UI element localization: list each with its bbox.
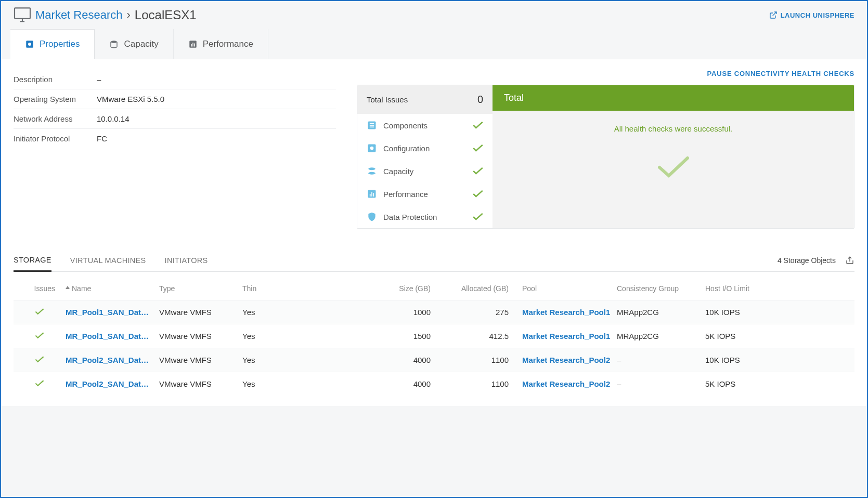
svg-rect-0	[15, 8, 30, 18]
col-issues[interactable]: Issues	[14, 284, 66, 293]
health-panel: Total Issues 0 Components Configur	[357, 85, 854, 229]
table-row[interactable]: MR_Pool1_SAN_Dat… VMware VMFS Yes 1000 2…	[14, 300, 854, 324]
col-allocated[interactable]: Allocated (GB)	[440, 284, 518, 293]
svg-rect-13	[370, 125, 374, 126]
svg-point-5	[28, 43, 31, 46]
issue-item-capacity[interactable]: Capacity	[357, 160, 493, 182]
col-size[interactable]: Size (GB)	[346, 284, 440, 293]
main-tabs: Properties Capacity Performance	[1, 29, 867, 59]
row-size: 1500	[346, 332, 440, 340]
check-icon	[473, 166, 483, 176]
row-consistency-group: –	[617, 356, 705, 364]
row-host-io-limit: 10K IOPS	[705, 356, 788, 364]
prop-value-initiator: FC	[97, 134, 107, 143]
row-thin: Yes	[242, 379, 346, 388]
row-name-link[interactable]: MR_Pool2_SAN_Dat…	[66, 356, 159, 364]
issue-item-performance[interactable]: Performance	[357, 182, 493, 205]
row-size: 4000	[346, 356, 440, 364]
sub-tab-initiators[interactable]: INITIATORS	[165, 250, 208, 271]
external-link-icon	[769, 11, 778, 19]
svg-point-18	[368, 172, 375, 175]
row-pool-link[interactable]: Market Research_Pool1	[518, 308, 617, 317]
row-pool-link[interactable]: Market Research_Pool1	[518, 332, 617, 340]
col-pool[interactable]: Pool	[518, 284, 617, 293]
row-name-link[interactable]: MR_Pool1_SAN_Dat…	[66, 308, 159, 317]
issue-item-components[interactable]: Components	[357, 114, 493, 137]
row-host-io-limit: 10K IOPS	[705, 308, 788, 317]
issue-label-performance: Performance	[383, 190, 428, 199]
breadcrumb-current: LocalESX1	[135, 8, 197, 22]
storage-table: Issues Name Type Thin Size (GB) Allocate…	[14, 277, 854, 396]
row-thin: Yes	[242, 332, 346, 340]
prop-value-description: –	[97, 75, 101, 84]
issues-total-header[interactable]: Total Issues 0	[357, 85, 493, 114]
svg-rect-10	[194, 43, 195, 46]
row-allocated: 1100	[440, 356, 518, 364]
page-header: Market Research › LocalESX1 LAUNCH UNISP…	[1, 1, 867, 29]
col-name[interactable]: Name	[66, 284, 159, 293]
row-consistency-group: MRApp2CG	[617, 332, 705, 340]
check-icon	[473, 143, 483, 153]
svg-rect-9	[192, 43, 193, 47]
large-check-icon	[655, 154, 692, 180]
database-icon	[109, 40, 119, 49]
issues-total-count: 0	[477, 94, 483, 106]
svg-point-17	[368, 167, 375, 170]
prop-value-network: 10.0.0.14	[97, 114, 129, 123]
svg-marker-24	[66, 286, 70, 289]
sub-tab-vms[interactable]: VIRTUAL MACHINES	[70, 250, 146, 271]
table-row[interactable]: MR_Pool2_SAN_Dat… VMware VMFS Yes 4000 1…	[14, 372, 854, 396]
row-pool-link[interactable]: Market Research_Pool2	[518, 379, 617, 388]
tab-properties-label: Properties	[40, 39, 80, 49]
pause-health-checks-link[interactable]: PAUSE CONNECTIVITY HEALTH CHECKS	[707, 70, 854, 77]
issue-label-configuration: Configuration	[383, 144, 430, 153]
row-type: VMware VMFS	[159, 308, 242, 317]
sub-tab-storage[interactable]: STORAGE	[14, 250, 51, 272]
prop-label-initiator: Initiator Protocol	[14, 134, 97, 143]
row-thin: Yes	[242, 356, 346, 364]
launch-unisphere-link[interactable]: LAUNCH UNISPHERE	[769, 11, 854, 19]
tab-performance[interactable]: Performance	[174, 29, 268, 59]
monitor-icon	[14, 7, 31, 23]
col-host-io-limit[interactable]: Host I/O Limit	[705, 284, 788, 293]
shield-icon	[367, 212, 377, 222]
sort-asc-icon	[66, 286, 70, 291]
table-row[interactable]: MR_Pool2_SAN_Dat… VMware VMFS Yes 4000 1…	[14, 348, 854, 372]
row-issue-icon	[14, 308, 66, 317]
issue-label-capacity: Capacity	[383, 167, 413, 176]
issue-item-configuration[interactable]: Configuration	[357, 137, 493, 160]
storage-objects-count: 4 Storage Objects	[778, 256, 836, 265]
row-host-io-limit: 5K IOPS	[705, 379, 788, 388]
issue-item-data-protection[interactable]: Data Protection	[357, 205, 493, 228]
capacity-icon	[367, 166, 377, 176]
prop-label-description: Description	[14, 75, 97, 84]
row-consistency-group: –	[617, 379, 705, 388]
breadcrumb-separator: ›	[127, 8, 131, 22]
row-consistency-group: MRApp2CG	[617, 308, 705, 317]
row-type: VMware VMFS	[159, 379, 242, 388]
row-allocated: 275	[440, 308, 518, 317]
row-issue-icon	[14, 332, 66, 340]
tab-properties[interactable]: Properties	[10, 29, 95, 59]
svg-rect-22	[373, 193, 374, 196]
svg-rect-12	[370, 123, 374, 124]
export-icon[interactable]	[845, 256, 854, 265]
properties-panel: Description – Operating System VMware ES…	[14, 70, 336, 229]
col-name-label: Name	[72, 284, 91, 293]
row-allocated: 412.5	[440, 332, 518, 340]
issue-label-components: Components	[383, 121, 427, 130]
row-type: VMware VMFS	[159, 356, 242, 364]
row-name-link[interactable]: MR_Pool2_SAN_Dat…	[66, 379, 159, 388]
col-consistency-group[interactable]: Consistency Group	[617, 284, 705, 293]
tab-performance-label: Performance	[203, 39, 253, 49]
table-row[interactable]: MR_Pool1_SAN_Dat… VMware VMFS Yes 1500 4…	[14, 324, 854, 348]
col-type[interactable]: Type	[159, 284, 242, 293]
health-total-banner: Total	[493, 85, 854, 111]
performance-icon	[367, 189, 377, 199]
breadcrumb-parent-link[interactable]: Market Research	[35, 8, 123, 22]
launch-unisphere-label: LAUNCH UNISPHERE	[781, 11, 854, 19]
tab-capacity[interactable]: Capacity	[95, 29, 173, 59]
row-name-link[interactable]: MR_Pool1_SAN_Dat…	[66, 332, 159, 340]
row-pool-link[interactable]: Market Research_Pool2	[518, 356, 617, 364]
col-thin[interactable]: Thin	[242, 284, 346, 293]
